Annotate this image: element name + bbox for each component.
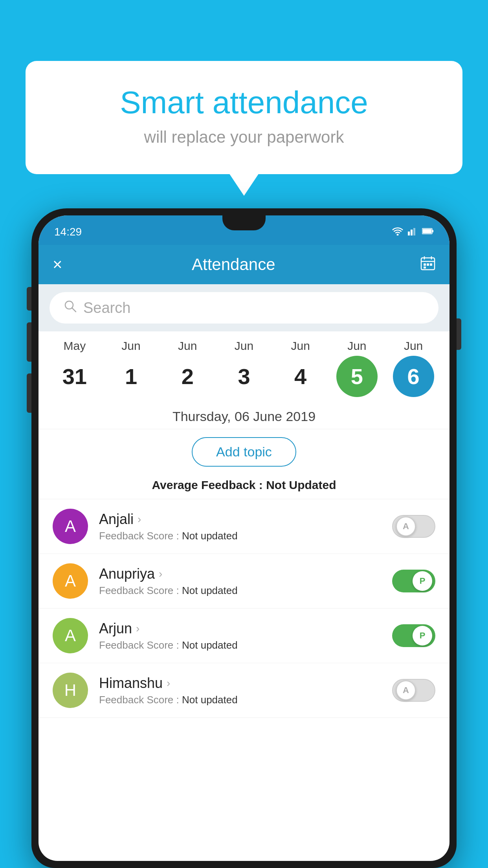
- search-bar[interactable]: Search: [50, 292, 438, 324]
- svg-line-16: [72, 308, 76, 312]
- chevron-icon: ›: [136, 622, 139, 635]
- svg-rect-13: [430, 263, 432, 266]
- avatar: H: [53, 673, 88, 708]
- calendar-day[interactable]: May31: [51, 339, 98, 397]
- toggle-thumb: P: [413, 571, 432, 591]
- cal-date-number: 1: [110, 356, 152, 397]
- selected-date: Thursday, 06 June 2019: [39, 401, 449, 429]
- cal-month-label: Jun: [347, 339, 366, 353]
- cal-date-number: 6: [393, 356, 434, 397]
- calendar-day[interactable]: Jun2: [164, 339, 211, 397]
- svg-rect-14: [424, 267, 426, 268]
- avg-feedback-label: Average Feedback :: [152, 478, 266, 491]
- search-input[interactable]: Search: [83, 300, 130, 316]
- chevron-icon: ›: [167, 677, 170, 690]
- chevron-icon: ›: [159, 568, 162, 580]
- volume-up-button: [27, 322, 31, 362]
- wifi-icon: [392, 227, 403, 237]
- cal-month-label: Jun: [404, 339, 423, 353]
- svg-rect-1: [408, 232, 410, 235]
- svg-rect-5: [432, 230, 433, 232]
- calendar-day[interactable]: Jun3: [220, 339, 268, 397]
- search-bar-container: Search: [39, 284, 449, 331]
- chevron-icon: ›: [138, 513, 141, 526]
- student-name[interactable]: Anjali ›: [99, 511, 381, 528]
- toggle-thumb: P: [413, 626, 432, 645]
- feedback-score: Feedback Score : Not updated: [99, 585, 381, 597]
- svg-rect-3: [413, 228, 415, 235]
- student-info: Anupriya ›Feedback Score : Not updated: [99, 566, 381, 597]
- calendar-icon[interactable]: [420, 256, 435, 274]
- svg-rect-11: [424, 263, 426, 266]
- phone-frame: 14:29: [31, 208, 457, 868]
- student-item: AAnupriya ›Feedback Score : Not updatedP: [39, 554, 449, 609]
- app-header: × Attendance: [39, 245, 449, 284]
- volume-silent-button: [27, 287, 31, 311]
- svg-rect-6: [423, 229, 432, 233]
- header-title: Attendance: [47, 255, 420, 274]
- speech-bubble: Smart attendance will replace your paper…: [26, 61, 462, 174]
- add-topic-button[interactable]: Add topic: [192, 437, 296, 467]
- avatar: A: [53, 509, 88, 544]
- feedback-score: Feedback Score : Not updated: [99, 694, 381, 706]
- svg-rect-12: [427, 263, 429, 266]
- calendar-day[interactable]: Jun4: [277, 339, 324, 397]
- student-item: AArjun ›Feedback Score : Not updatedP: [39, 609, 449, 663]
- student-name[interactable]: Anupriya ›: [99, 566, 381, 582]
- cal-month-label: Jun: [235, 339, 253, 353]
- cal-date-number: 5: [336, 356, 378, 397]
- student-name[interactable]: Arjun ›: [99, 620, 381, 637]
- toggle-thumb: A: [396, 680, 416, 700]
- cal-date-number: 31: [54, 356, 95, 397]
- volume-down-button: [27, 373, 31, 413]
- student-item: HHimanshu ›Feedback Score : Not updatedA: [39, 663, 449, 718]
- attendance-toggle[interactable]: A: [392, 515, 435, 538]
- avg-feedback-value: Not Updated: [266, 478, 336, 491]
- feedback-score: Feedback Score : Not updated: [99, 530, 381, 542]
- status-time: 14:29: [54, 223, 82, 238]
- svg-rect-2: [411, 230, 413, 235]
- student-name[interactable]: Himanshu ›: [99, 675, 381, 691]
- student-info: Himanshu ›Feedback Score : Not updated: [99, 675, 381, 706]
- cal-date-number: 3: [223, 356, 264, 397]
- attendance-toggle[interactable]: P: [392, 624, 435, 647]
- status-icons: [392, 224, 434, 237]
- student-item: AAnjali ›Feedback Score : Not updatedA: [39, 499, 449, 554]
- avatar: A: [53, 563, 88, 599]
- avg-feedback: Average Feedback : Not Updated: [39, 474, 449, 499]
- svg-point-0: [397, 234, 399, 235]
- calendar-strip: May31Jun1Jun2Jun3Jun4Jun5Jun6: [39, 331, 449, 401]
- student-list: AAnjali ›Feedback Score : Not updatedAAA…: [39, 499, 449, 718]
- calendar-day[interactable]: Jun1: [108, 339, 155, 397]
- cal-date-number: 2: [167, 356, 208, 397]
- attendance-toggle[interactable]: A: [392, 679, 435, 702]
- cal-month-label: Jun: [178, 339, 197, 353]
- bubble-title: Smart attendance: [57, 85, 431, 121]
- power-button: [457, 318, 461, 350]
- cal-month-label: Jun: [291, 339, 310, 353]
- add-topic-container: Add topic: [39, 429, 449, 474]
- bubble-subtitle: will replace your paperwork: [57, 128, 431, 147]
- avatar: A: [53, 618, 88, 653]
- signal-icon: [408, 227, 417, 237]
- speech-bubble-container: Smart attendance will replace your paper…: [26, 61, 462, 174]
- attendance-toggle[interactable]: P: [392, 570, 435, 592]
- cal-date-number: 4: [280, 356, 321, 397]
- student-info: Arjun ›Feedback Score : Not updated: [99, 620, 381, 651]
- battery-icon: [422, 228, 434, 236]
- toggle-thumb: A: [396, 517, 416, 536]
- student-info: Anjali ›Feedback Score : Not updated: [99, 511, 381, 542]
- calendar-day[interactable]: Jun6: [390, 339, 437, 397]
- search-icon: [64, 300, 77, 316]
- feedback-score: Feedback Score : Not updated: [99, 639, 381, 651]
- phone-screen: 14:29: [39, 215, 449, 861]
- notch: [222, 215, 266, 230]
- cal-month-label: May: [64, 339, 86, 353]
- calendar-day[interactable]: Jun5: [333, 339, 380, 397]
- cal-month-label: Jun: [121, 339, 140, 353]
